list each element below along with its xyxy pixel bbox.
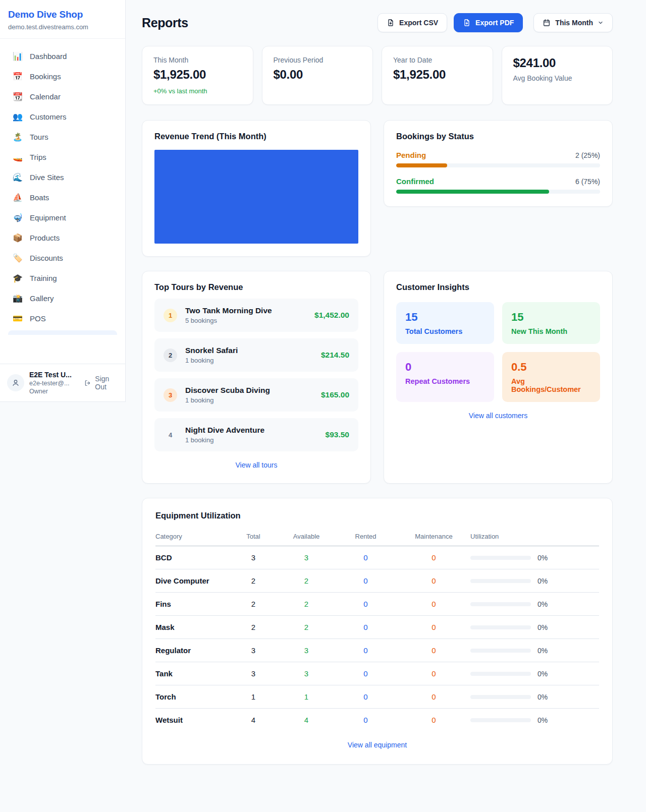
- cell-available: 3: [279, 639, 334, 662]
- cell-maintenance: 0: [397, 593, 470, 616]
- tile-avg-bookings-customer: 0.5 Avg Bookings/Customer: [502, 352, 600, 402]
- main-content: Reports Export CSV Export PDF This Month: [126, 0, 646, 765]
- utilization-bar: [470, 649, 531, 653]
- export-pdf-button[interactable]: Export PDF: [454, 13, 523, 32]
- tour-bookings: 1 booking: [185, 396, 321, 404]
- tour-row: 4 Night Dive Adventure 1 booking $93.50: [154, 418, 358, 451]
- tile-value: 15: [405, 311, 485, 324]
- sidebar-item-trips[interactable]: 🚤Trips: [4, 148, 121, 166]
- status-label: Pending: [396, 151, 426, 159]
- tour-bookings: 5 bookings: [185, 317, 314, 324]
- column-header-available: Available: [279, 528, 334, 546]
- calendar-icon: [543, 19, 551, 27]
- table-row: Regulator33000%: [155, 639, 599, 662]
- table-row: Fins22000%: [155, 593, 599, 616]
- sidebar-item-tours[interactable]: 🏝️Tours: [4, 128, 121, 146]
- file-download-icon: [463, 19, 471, 27]
- sidebar-item-calendar[interactable]: 📆Calendar: [4, 87, 121, 106]
- sidebar-item-customers[interactable]: 👥Customers: [4, 107, 121, 126]
- tour-name: Snorkel Safari: [185, 346, 321, 355]
- utilization-bar: [470, 672, 531, 676]
- wave-icon: 🌊: [12, 172, 23, 182]
- sign-out-button[interactable]: Sign Out: [84, 375, 118, 391]
- tour-amount: $93.50: [326, 430, 349, 439]
- sidebar-item-reports-partial[interactable]: [8, 330, 117, 335]
- sidebar-item-label: Customers: [30, 112, 67, 121]
- sidebar-item-dive-sites[interactable]: 🌊Dive Sites: [4, 168, 121, 187]
- cell-available: 3: [279, 546, 334, 569]
- period-dropdown[interactable]: This Month: [533, 13, 613, 32]
- sidebar-item-label: Equipment: [30, 213, 66, 222]
- view-all-customers-link[interactable]: View all customers: [396, 412, 600, 420]
- cell-category: Torch: [155, 685, 228, 709]
- utilization-bar: [470, 718, 531, 722]
- sailboat-icon: ⛵: [12, 193, 23, 202]
- export-csv-button[interactable]: Export CSV: [378, 13, 447, 32]
- chevron-down-icon: [598, 20, 604, 26]
- top-tours-title: Top Tours by Revenue: [154, 282, 358, 292]
- sidebar-item-label: Tours: [30, 133, 48, 141]
- user-role: Owner: [29, 388, 78, 395]
- column-header-rented: Rented: [334, 528, 397, 546]
- cell-total: 3: [228, 639, 279, 662]
- tile-label: Total Customers: [405, 327, 485, 335]
- sidebar-item-equipment[interactable]: 🤿Equipment: [4, 208, 121, 227]
- utilization-percent: 0%: [537, 577, 548, 585]
- sidebar-item-products[interactable]: 📦Products: [4, 228, 121, 247]
- equipment-table: Category Total Available Rented Maintena…: [155, 528, 599, 731]
- cell-category: Wetsuit: [155, 709, 228, 732]
- table-row: Torch11000%: [155, 685, 599, 709]
- diving-mask-icon: 🤿: [12, 213, 23, 222]
- cell-rented: 0: [334, 685, 397, 709]
- sidebar-item-pos[interactable]: 💳POS: [4, 309, 121, 328]
- tour-name: Two Tank Morning Dive: [185, 306, 314, 315]
- island-icon: 🏝️: [12, 132, 23, 142]
- cell-utilization: 0%: [470, 662, 599, 685]
- tile-new-this-month: 15 New This Month: [502, 302, 600, 344]
- cell-rented: 0: [334, 709, 397, 732]
- tour-bookings: 1 booking: [185, 436, 326, 444]
- tour-name: Discover Scuba Diving: [185, 386, 321, 395]
- cell-maintenance: 0: [397, 546, 470, 569]
- view-all-equipment-link[interactable]: View all equipment: [155, 741, 599, 749]
- sidebar-item-label: Dashboard: [30, 52, 67, 61]
- status-count: 6 (75%): [575, 178, 600, 186]
- cell-utilization: 0%: [470, 709, 599, 732]
- utilization-percent: 0%: [537, 716, 548, 724]
- user-email: e2e-tester@...: [29, 380, 78, 387]
- sidebar-item-discounts[interactable]: 🏷️Discounts: [4, 249, 121, 267]
- cell-maintenance: 0: [397, 709, 470, 732]
- utilization-bar: [470, 602, 531, 606]
- sidebar-item-training[interactable]: 🎓Training: [4, 269, 121, 287]
- column-header-maintenance: Maintenance: [397, 528, 470, 546]
- sidebar-item-label: Gallery: [30, 294, 54, 303]
- rank-badge: 1: [164, 309, 177, 322]
- sidebar-item-label: Products: [30, 234, 60, 242]
- sidebar-item-bookings[interactable]: 📅Bookings: [4, 67, 121, 86]
- stat-card-avg-booking-value: $241.00 Avg Booking Value: [502, 46, 613, 105]
- cell-available: 3: [279, 662, 334, 685]
- sidebar-item-boats[interactable]: ⛵Boats: [4, 188, 121, 207]
- rank-badge: 2: [164, 349, 177, 362]
- revenue-trend-title: Revenue Trend (This Month): [154, 132, 358, 141]
- sidebar-item-label: Dive Sites: [30, 173, 64, 182]
- stats-row: This Month $1,925.00 +0% vs last month P…: [142, 46, 613, 105]
- package-icon: 📦: [12, 233, 23, 243]
- table-header-row: Category Total Available Rented Maintena…: [155, 528, 599, 546]
- tile-value: 15: [511, 311, 591, 324]
- utilization-percent: 0%: [537, 554, 548, 562]
- view-all-tours-link[interactable]: View all tours: [154, 461, 358, 469]
- period-label: This Month: [555, 19, 593, 27]
- cell-available: 4: [279, 709, 334, 732]
- sidebar-item-dashboard[interactable]: 📊Dashboard: [4, 47, 121, 66]
- tile-label: Repeat Customers: [405, 377, 485, 385]
- sign-out-icon: [84, 379, 91, 387]
- sidebar-item-label: Boats: [30, 193, 49, 202]
- cell-rented: 0: [334, 616, 397, 639]
- sign-out-label: Sign Out: [95, 375, 118, 391]
- cell-rented: 0: [334, 569, 397, 593]
- file-download-icon: [387, 19, 395, 27]
- sidebar-item-gallery[interactable]: 📸Gallery: [4, 289, 121, 308]
- stat-delta: +0% vs last month: [153, 87, 242, 95]
- tear-off-calendar-icon: 📆: [12, 92, 23, 101]
